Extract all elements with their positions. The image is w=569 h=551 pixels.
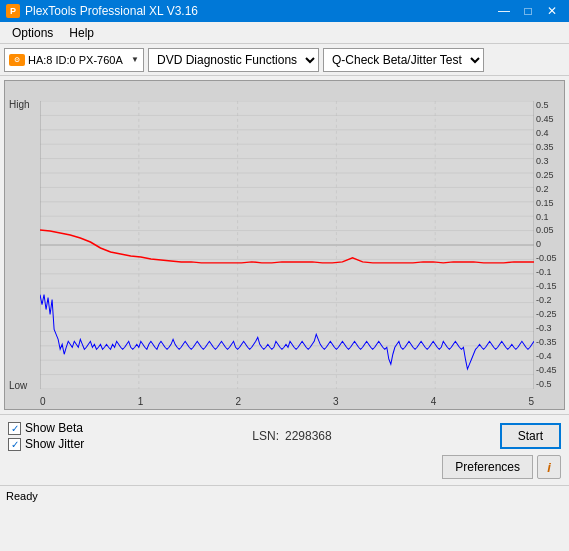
info-button[interactable]: i [537, 455, 561, 479]
minimize-button[interactable]: — [493, 3, 515, 19]
app-title: PlexTools Professional XL V3.16 [25, 4, 198, 18]
show-jitter-label: Show Jitter [25, 437, 84, 451]
checkboxes: Show Beta Show Jitter [8, 421, 84, 451]
status-text: Ready [6, 490, 38, 502]
jitter-check-row: Show Jitter [8, 437, 84, 451]
y-axis-right: 0.5 0.45 0.4 0.35 0.3 0.25 0.2 0.15 0.1 … [534, 101, 564, 389]
drive-selector[interactable]: ⊙ HA:8 ID:0 PX-760A ▼ [4, 48, 144, 72]
maximize-button[interactable]: □ [517, 3, 539, 19]
title-bar-left: P PlexTools Professional XL V3.16 [6, 4, 198, 18]
x-label-4: 4 [431, 396, 437, 407]
test-select[interactable]: Q-Check Beta/Jitter Test [323, 48, 484, 72]
drive-arrow: ▼ [131, 55, 139, 64]
bottom-panel: Show Beta Show Jitter LSN: 2298368 Start… [0, 414, 569, 485]
chart-low-label: Low [9, 380, 27, 391]
app-icon: P [6, 4, 20, 18]
title-bar: P PlexTools Professional XL V3.16 — □ ✕ [0, 0, 569, 22]
x-label-1: 1 [138, 396, 144, 407]
function-select[interactable]: DVD Diagnostic Functions [148, 48, 319, 72]
chart-svg [40, 101, 534, 389]
x-label-5: 5 [528, 396, 534, 407]
x-label-0: 0 [40, 396, 46, 407]
toolbar: ⊙ HA:8 ID:0 PX-760A ▼ DVD Diagnostic Fun… [0, 44, 569, 76]
chart-area: High Low 0.5 0.45 0.4 0.35 0.3 0.25 0.2 … [4, 80, 565, 410]
show-beta-label: Show Beta [25, 421, 83, 435]
drive-label: HA:8 ID:0 PX-760A [28, 54, 128, 66]
start-button[interactable]: Start [500, 423, 561, 449]
close-button[interactable]: ✕ [541, 3, 563, 19]
beta-check-row: Show Beta [8, 421, 84, 435]
chart-inner [40, 101, 534, 389]
lsn-label: LSN: [252, 429, 279, 443]
drive-icon: ⊙ [9, 54, 25, 66]
preferences-button[interactable]: Preferences [442, 455, 533, 479]
menu-help[interactable]: Help [61, 24, 102, 42]
x-axis: 0 1 2 3 4 5 [40, 396, 534, 407]
bottom-row1: Show Beta Show Jitter LSN: 2298368 Start [8, 421, 561, 451]
lsn-value: 2298368 [285, 429, 332, 443]
x-label-2: 2 [235, 396, 241, 407]
status-bar: Ready [0, 485, 569, 505]
menu-bar: Options Help [0, 22, 569, 44]
window-controls: — □ ✕ [493, 3, 563, 19]
lsn-info: LSN: 2298368 [252, 429, 331, 443]
prefs-row: Preferences i [8, 455, 561, 479]
x-label-3: 3 [333, 396, 339, 407]
show-jitter-checkbox[interactable] [8, 438, 21, 451]
menu-options[interactable]: Options [4, 24, 61, 42]
show-beta-checkbox[interactable] [8, 422, 21, 435]
chart-high-label: High [9, 99, 30, 110]
